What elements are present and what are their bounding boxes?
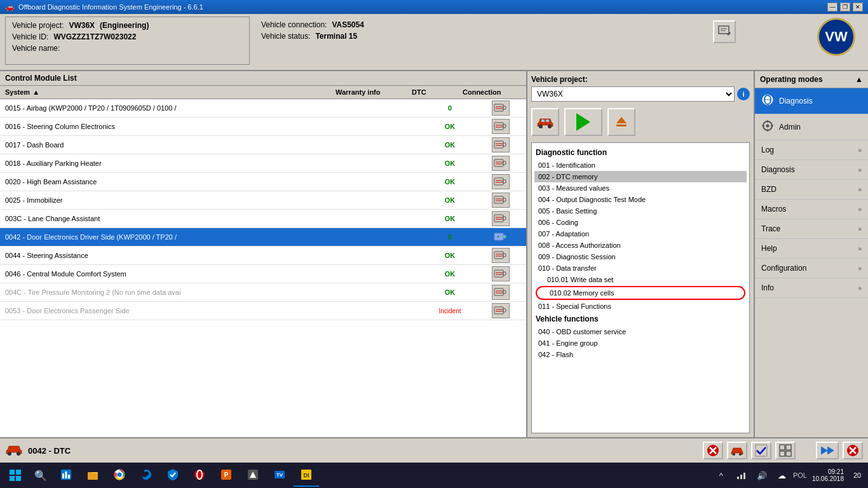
diag-item-042[interactable]: 042 - Flash: [534, 349, 747, 360]
col-warranty-header[interactable]: Warranty info: [333, 87, 409, 97]
svg-rect-100: [737, 477, 739, 479]
table-row[interactable]: 003C - Lane Change AssistantOK: [0, 210, 526, 228]
op-section-bzd[interactable]: BZD»: [755, 180, 868, 200]
vehicle-id-label: Vehicle ID:: [12, 32, 48, 41]
op-section-info[interactable]: Info»: [755, 278, 868, 298]
table-row[interactable]: 0046 - Central Module Comfort SystemOK: [0, 265, 526, 283]
cell-conn-003C[interactable]: [475, 210, 526, 227]
col-connection-header[interactable]: Connection: [460, 87, 511, 97]
op-section-log[interactable]: Log»: [755, 140, 868, 160]
vehicle-id-value: WVGZZZ1TZ7W023022: [53, 32, 136, 41]
table-row[interactable]: 0020 - High Beam AssistanceOK: [0, 173, 526, 191]
minimize-button[interactable]: —: [827, 3, 837, 11]
table-row[interactable]: 0015 - Airbag (KWP2000 / TP20 / 1T090960…: [0, 99, 526, 118]
battery-icon[interactable]: 20: [849, 464, 865, 487]
diag-item-003[interactable]: 003 - Measured values: [534, 182, 747, 194]
col-dtc-header[interactable]: DTC: [409, 87, 460, 97]
op-section-label-log: Log: [761, 146, 774, 154]
op-section-configuration[interactable]: Configuration»: [755, 259, 868, 278]
taskbar-app8[interactable]: TV: [267, 464, 292, 487]
diag-item-01001[interactable]: 010.01 Write data set: [534, 274, 747, 285]
network-icon[interactable]: [733, 464, 750, 487]
diag-item-006[interactable]: 006 - Coding: [534, 217, 747, 228]
diag-item-01002[interactable]: 010.02 Memory cells: [536, 286, 745, 300]
cancel-button[interactable]: [703, 442, 723, 459]
svg-rect-35: [494, 252, 503, 259]
cell-conn-0015[interactable]: [475, 99, 526, 117]
car-small-button[interactable]: [727, 442, 747, 459]
diag-item-005[interactable]: 005 - Basic Setting: [534, 205, 747, 217]
op-section-diagnosis-sec[interactable]: Diagnosis»: [755, 160, 868, 180]
diag-item-040[interactable]: 040 - OBD customer service: [534, 326, 747, 337]
arrow-up-icon[interactable]: ^: [713, 464, 729, 487]
chevron-icon-macros: »: [858, 206, 862, 213]
restore-button[interactable]: ❐: [840, 3, 850, 11]
op-item-diagnosis[interactable]: Diagnosis: [755, 88, 868, 114]
svg-point-51: [539, 125, 543, 128]
table-row[interactable]: 0016 - Steering Column ElectronicsOK: [0, 118, 526, 136]
diag-item-007[interactable]: 007 - Adaptation: [534, 228, 747, 240]
svg-point-90: [194, 470, 205, 480]
table-row[interactable]: 004C - Tire Pressure Monitoring 2 (No ru…: [0, 283, 526, 302]
cell-conn-0018[interactable]: [475, 154, 526, 172]
cell-conn-0042[interactable]: +: [475, 228, 526, 246]
col-system-header[interactable]: System ▲: [3, 87, 333, 97]
taskbar-chrome[interactable]: [107, 464, 132, 487]
diag-item-041[interactable]: 041 - Engine group: [534, 337, 747, 349]
table-row[interactable]: 0018 - Auxiliary Parking HeaterOK: [0, 154, 526, 173]
diag-item-002[interactable]: 002 - DTC memory: [534, 171, 747, 182]
diag-item-008[interactable]: 008 - Access Authorization: [534, 240, 747, 251]
info-icon-button[interactable]: i: [737, 88, 750, 100]
cell-conn-004C[interactable]: [475, 283, 526, 301]
table-row[interactable]: 0017 - Dash BoardOK: [0, 136, 526, 154]
cloud-icon[interactable]: ☁: [774, 464, 790, 487]
cell-conn-0046[interactable]: [475, 265, 526, 283]
cell-system-0015: 0015 - Airbag (KWP2000 / TP20 / 1T090960…: [0, 103, 348, 113]
cell-conn-0053[interactable]: [475, 302, 526, 320]
cell-conn-0044[interactable]: [475, 247, 526, 264]
cell-conn-0016[interactable]: [475, 118, 526, 135]
start-button[interactable]: [3, 464, 28, 487]
op-section-help[interactable]: Help»: [755, 239, 868, 259]
table-row[interactable]: 0042 - Door Electronics Driver Side (KWP…: [0, 228, 526, 247]
operating-modes-panel: Operating modes ▲ DiagnosisAdmin Log»Dia…: [754, 71, 868, 437]
taskbar-task-manager[interactable]: [53, 464, 79, 487]
taskbar-app6[interactable]: P: [214, 464, 239, 487]
edit-button[interactable]: [713, 20, 736, 43]
taskbar-diagnostic-app[interactable]: DI: [294, 464, 319, 487]
collapse-button[interactable]: ▲: [855, 75, 863, 84]
diag-item-004[interactable]: 004 - Output Diagnostic Test Mode: [534, 194, 747, 205]
diag-item-010[interactable]: 010 - Data transfer: [534, 262, 747, 274]
table-row[interactable]: 0044 - Steering AssistanceOK: [0, 247, 526, 265]
table-row[interactable]: 0053 - Door Electronics Passenger SideIn…: [0, 302, 526, 320]
forward-button[interactable]: [816, 442, 839, 459]
table-row[interactable]: 0025 - ImmobilizerOK: [0, 191, 526, 210]
cell-conn-0020[interactable]: [475, 173, 526, 191]
speaker-icon[interactable]: 🔊: [754, 464, 770, 487]
checkmark-button[interactable]: [751, 442, 771, 459]
taskbar-opera[interactable]: [187, 464, 212, 487]
diag-item-001[interactable]: 001 - Identification: [534, 159, 747, 171]
close-button[interactable]: ✕: [853, 3, 863, 11]
cell-conn-0025[interactable]: [475, 191, 526, 209]
eject-button[interactable]: [607, 108, 635, 136]
diag-item-009[interactable]: 009 - Diagnostic Session: [534, 251, 747, 262]
diag-items-container: 001 - Identification002 - DTC memory003 …: [534, 159, 747, 360]
stop-button[interactable]: [843, 442, 863, 459]
control-module-list-header: Control Module List: [0, 71, 526, 86]
op-section-trace[interactable]: Trace»: [755, 219, 868, 239]
cell-conn-0017[interactable]: [475, 136, 526, 154]
op-section-macros[interactable]: Macros»: [755, 200, 868, 219]
op-item-admin[interactable]: Admin: [755, 114, 868, 140]
connection-info: Vehicle connection: VAS5054 Vehicle stat…: [255, 17, 713, 65]
taskbar-edge[interactable]: [133, 464, 159, 487]
diag-item-011[interactable]: 011 - Special Functions: [534, 301, 747, 312]
project-select-dropdown[interactable]: VW36X: [531, 86, 735, 102]
play-button[interactable]: [564, 108, 602, 136]
taskbar-security[interactable]: [160, 464, 186, 487]
car-button[interactable]: [531, 108, 559, 136]
grid-button[interactable]: [775, 442, 796, 459]
taskbar-app7[interactable]: [240, 464, 266, 487]
search-button[interactable]: 🔍: [29, 464, 52, 487]
taskbar-file-explorer[interactable]: [80, 464, 105, 487]
